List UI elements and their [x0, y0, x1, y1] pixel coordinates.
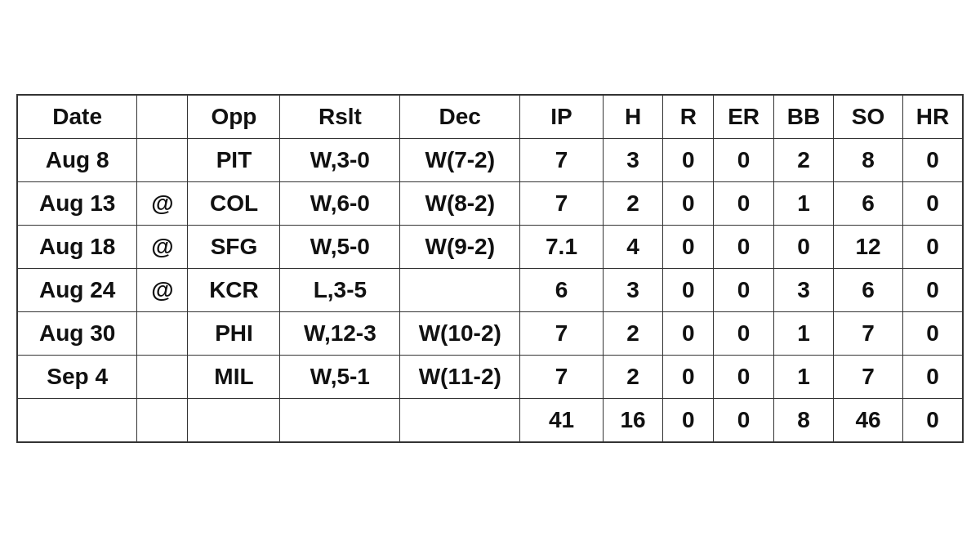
cell-dec	[400, 399, 520, 443]
cell-dec	[400, 269, 520, 312]
cell-opp: KCR	[188, 269, 280, 312]
cell-so: 6	[834, 182, 903, 226]
stats-table-container: Date Opp Rslt Dec IP H R ER BB SO HR Aug…	[16, 94, 964, 443]
cell-opp: SFG	[188, 226, 280, 269]
cell-er: 0	[714, 312, 773, 356]
cell-h: 16	[603, 399, 662, 443]
cell-at: @	[137, 226, 188, 269]
cell-ip: 7.1	[520, 226, 604, 269]
cell-rslt	[280, 399, 400, 443]
cell-date: Aug 30	[17, 312, 137, 356]
cell-so: 7	[834, 312, 903, 356]
cell-at	[137, 139, 188, 182]
cell-er: 0	[714, 356, 773, 399]
cell-dec: W(8-2)	[400, 182, 520, 226]
cell-opp: MIL	[188, 356, 280, 399]
cell-h: 2	[603, 356, 662, 399]
cell-r: 0	[663, 269, 714, 312]
cell-date: Aug 18	[17, 226, 137, 269]
cell-er: 0	[714, 399, 773, 443]
cell-rslt: W,6-0	[280, 182, 400, 226]
header-ip: IP	[520, 95, 604, 139]
cell-rslt: W,3-0	[280, 139, 400, 182]
cell-opp: PIT	[188, 139, 280, 182]
cell-bb: 8	[773, 399, 833, 443]
cell-date	[17, 399, 137, 443]
cell-r: 0	[663, 312, 714, 356]
cell-so: 46	[834, 399, 903, 443]
cell-r: 0	[663, 399, 714, 443]
header-date: Date	[17, 95, 137, 139]
cell-ip: 6	[520, 269, 604, 312]
table-row: Aug 24@KCRL,3-56300360	[17, 269, 963, 312]
cell-rslt: W,12-3	[280, 312, 400, 356]
cell-hr: 0	[902, 139, 963, 182]
cell-rslt: W,5-1	[280, 356, 400, 399]
cell-ip: 7	[520, 139, 604, 182]
cell-dec: W(11-2)	[400, 356, 520, 399]
table-row: Sep 4MILW,5-1W(11-2)7200170	[17, 356, 963, 399]
cell-bb: 1	[773, 312, 833, 356]
cell-so: 7	[834, 356, 903, 399]
cell-r: 0	[663, 139, 714, 182]
cell-rslt: L,3-5	[280, 269, 400, 312]
cell-r: 0	[663, 356, 714, 399]
cell-ip: 41	[520, 399, 604, 443]
cell-ip: 7	[520, 182, 604, 226]
cell-at	[137, 312, 188, 356]
cell-er: 0	[714, 226, 773, 269]
cell-r: 0	[663, 226, 714, 269]
header-h: H	[603, 95, 662, 139]
header-opp: Opp	[188, 95, 280, 139]
cell-ip: 7	[520, 356, 604, 399]
cell-date: Aug 24	[17, 269, 137, 312]
cell-er: 0	[714, 182, 773, 226]
header-r: R	[663, 95, 714, 139]
cell-so: 6	[834, 269, 903, 312]
cell-date: Aug 13	[17, 182, 137, 226]
header-er: ER	[714, 95, 773, 139]
cell-at: @	[137, 269, 188, 312]
cell-dec: W(9-2)	[400, 226, 520, 269]
cell-bb: 1	[773, 356, 833, 399]
cell-rslt: W,5-0	[280, 226, 400, 269]
cell-bb: 1	[773, 182, 833, 226]
table-row: Aug 13@COLW,6-0W(8-2)7200160	[17, 182, 963, 226]
cell-bb: 3	[773, 269, 833, 312]
cell-hr: 0	[902, 356, 963, 399]
cell-h: 3	[603, 269, 662, 312]
header-hr: HR	[902, 95, 963, 139]
cell-hr: 0	[902, 312, 963, 356]
cell-bb: 0	[773, 226, 833, 269]
cell-h: 4	[603, 226, 662, 269]
header-rslt: Rslt	[280, 95, 400, 139]
stats-table: Date Opp Rslt Dec IP H R ER BB SO HR Aug…	[16, 94, 964, 443]
cell-hr: 0	[902, 182, 963, 226]
cell-at	[137, 356, 188, 399]
cell-so: 8	[834, 139, 903, 182]
cell-er: 0	[714, 139, 773, 182]
cell-hr: 0	[902, 399, 963, 443]
cell-opp	[188, 399, 280, 443]
cell-at: @	[137, 182, 188, 226]
cell-r: 0	[663, 182, 714, 226]
header-bb: BB	[773, 95, 833, 139]
cell-date: Aug 8	[17, 139, 137, 182]
cell-hr: 0	[902, 226, 963, 269]
table-row: 4116008460	[17, 399, 963, 443]
cell-dec: W(7-2)	[400, 139, 520, 182]
cell-h: 3	[603, 139, 662, 182]
table-row: Aug 30PHIW,12-3W(10-2)7200170	[17, 312, 963, 356]
header-row: Date Opp Rslt Dec IP H R ER BB SO HR	[17, 95, 963, 139]
table-row: Aug 18@SFGW,5-0W(9-2)7.14000120	[17, 226, 963, 269]
header-at	[137, 95, 188, 139]
cell-ip: 7	[520, 312, 604, 356]
header-dec: Dec	[400, 95, 520, 139]
cell-h: 2	[603, 312, 662, 356]
header-so: SO	[834, 95, 903, 139]
cell-er: 0	[714, 269, 773, 312]
cell-opp: PHI	[188, 312, 280, 356]
cell-at	[137, 399, 188, 443]
cell-bb: 2	[773, 139, 833, 182]
cell-h: 2	[603, 182, 662, 226]
